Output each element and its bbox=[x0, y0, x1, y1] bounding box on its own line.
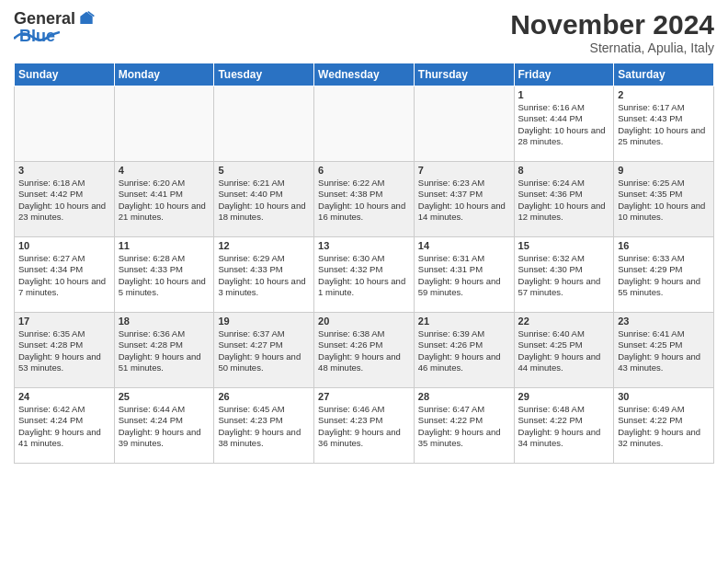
day-info-line: Daylight: 9 hours and 55 minutes. bbox=[618, 276, 710, 299]
day-info-line: Sunset: 4:23 PM bbox=[318, 415, 410, 426]
day-info-line: Sunset: 4:33 PM bbox=[119, 264, 210, 275]
day-info-line: Sunrise: 6:39 AM bbox=[418, 328, 510, 339]
day-info-line: Daylight: 10 hours and 23 minutes. bbox=[18, 201, 110, 224]
day-info-line: Daylight: 9 hours and 53 minutes. bbox=[18, 351, 110, 374]
day-info-line: Daylight: 9 hours and 35 minutes. bbox=[418, 427, 510, 450]
day-info-line: Sunrise: 6:47 AM bbox=[418, 404, 510, 415]
calendar-cell: 9Sunrise: 6:25 AMSunset: 4:35 PMDaylight… bbox=[614, 162, 714, 237]
calendar-cell: 2Sunrise: 6:17 AMSunset: 4:43 PMDaylight… bbox=[614, 86, 714, 162]
calendar-cell: 1Sunrise: 6:16 AMSunset: 4:44 PMDaylight… bbox=[514, 86, 614, 162]
day-info-line: Sunrise: 6:18 AM bbox=[18, 178, 110, 189]
calendar-cell: 4Sunrise: 6:20 AMSunset: 4:41 PMDaylight… bbox=[114, 162, 214, 237]
day-info-line: Sunset: 4:28 PM bbox=[119, 339, 210, 350]
day-info-line: Sunset: 4:31 PM bbox=[418, 264, 510, 275]
page-header: General Blue November 2024 Sternatia, Ap… bbox=[14, 9, 714, 55]
day-info-line: Daylight: 10 hours and 16 minutes. bbox=[318, 201, 410, 224]
calendar-cell: 3Sunrise: 6:18 AMSunset: 4:42 PMDaylight… bbox=[15, 162, 115, 237]
day-info-line: Daylight: 9 hours and 44 minutes. bbox=[518, 351, 610, 374]
day-info-line: Sunrise: 6:42 AM bbox=[18, 404, 110, 415]
weekday-header-thursday: Thursday bbox=[414, 63, 514, 86]
calendar-cell: 11Sunrise: 6:28 AMSunset: 4:33 PMDayligh… bbox=[114, 237, 214, 313]
calendar-week-row: 10Sunrise: 6:27 AMSunset: 4:34 PMDayligh… bbox=[15, 237, 714, 313]
title-area: November 2024 Sternatia, Apulia, Italy bbox=[510, 9, 714, 55]
day-info-line: Sunset: 4:22 PM bbox=[418, 415, 510, 426]
day-number: 15 bbox=[518, 240, 610, 251]
calendar-cell: 5Sunrise: 6:21 AMSunset: 4:40 PMDaylight… bbox=[214, 162, 314, 237]
day-info-line: Daylight: 9 hours and 38 minutes. bbox=[218, 427, 310, 450]
day-info-line: Daylight: 10 hours and 14 minutes. bbox=[418, 201, 510, 224]
calendar-cell: 7Sunrise: 6:23 AMSunset: 4:37 PMDaylight… bbox=[414, 162, 514, 237]
logo-icon bbox=[77, 10, 96, 29]
day-info-line: Sunset: 4:28 PM bbox=[18, 339, 110, 350]
day-info-line: Daylight: 9 hours and 59 minutes. bbox=[418, 276, 510, 299]
day-info-line: Sunrise: 6:25 AM bbox=[618, 178, 710, 189]
weekday-header-wednesday: Wednesday bbox=[314, 63, 415, 86]
day-info-line: Sunset: 4:43 PM bbox=[618, 113, 710, 124]
calendar-cell bbox=[314, 86, 415, 162]
day-info-line: Sunset: 4:40 PM bbox=[218, 189, 310, 200]
day-info-line: Sunrise: 6:37 AM bbox=[218, 328, 310, 339]
weekday-header-saturday: Saturday bbox=[614, 63, 714, 86]
day-info-line: Daylight: 10 hours and 1 minute. bbox=[318, 276, 410, 299]
day-info-line: Sunset: 4:44 PM bbox=[518, 113, 610, 124]
calendar-week-row: 3Sunrise: 6:18 AMSunset: 4:42 PMDaylight… bbox=[15, 162, 714, 237]
calendar-cell: 21Sunrise: 6:39 AMSunset: 4:26 PMDayligh… bbox=[414, 313, 514, 388]
day-info-line: Daylight: 9 hours and 48 minutes. bbox=[318, 351, 410, 374]
day-info-line: Sunrise: 6:48 AM bbox=[518, 404, 610, 415]
day-number: 30 bbox=[618, 391, 710, 402]
day-info-line: Sunset: 4:24 PM bbox=[18, 415, 110, 426]
day-info-line: Sunset: 4:25 PM bbox=[518, 339, 610, 350]
day-number: 13 bbox=[318, 240, 410, 251]
day-info-line: Sunrise: 6:45 AM bbox=[218, 404, 310, 415]
day-number: 24 bbox=[18, 391, 110, 402]
day-info-line: Daylight: 10 hours and 7 minutes. bbox=[18, 276, 110, 299]
calendar-cell: 23Sunrise: 6:41 AMSunset: 4:25 PMDayligh… bbox=[614, 313, 714, 388]
day-info-line: Sunset: 4:24 PM bbox=[119, 415, 210, 426]
day-number: 22 bbox=[518, 316, 610, 327]
day-info-line: Sunrise: 6:32 AM bbox=[518, 253, 610, 264]
calendar-cell bbox=[15, 86, 115, 162]
day-number: 12 bbox=[218, 240, 310, 251]
day-number: 29 bbox=[518, 391, 610, 402]
day-number: 21 bbox=[418, 316, 510, 327]
weekday-header-sunday: Sunday bbox=[15, 63, 115, 86]
day-number: 23 bbox=[618, 316, 710, 327]
calendar-cell: 17Sunrise: 6:35 AMSunset: 4:28 PMDayligh… bbox=[15, 313, 115, 388]
day-info-line: Sunrise: 6:41 AM bbox=[618, 328, 710, 339]
day-info-line: Daylight: 10 hours and 10 minutes. bbox=[618, 201, 710, 224]
day-info-line: Sunset: 4:35 PM bbox=[618, 189, 710, 200]
day-number: 18 bbox=[119, 316, 210, 327]
day-info-line: Daylight: 9 hours and 36 minutes. bbox=[318, 427, 410, 450]
day-info-line: Daylight: 9 hours and 57 minutes. bbox=[518, 276, 610, 299]
day-number: 3 bbox=[18, 165, 110, 176]
calendar-cell: 24Sunrise: 6:42 AMSunset: 4:24 PMDayligh… bbox=[15, 388, 115, 464]
calendar-week-row: 24Sunrise: 6:42 AMSunset: 4:24 PMDayligh… bbox=[15, 388, 714, 464]
day-info-line: Daylight: 9 hours and 32 minutes. bbox=[618, 427, 710, 450]
day-info-line: Sunset: 4:42 PM bbox=[18, 189, 110, 200]
day-info-line: Daylight: 10 hours and 5 minutes. bbox=[119, 276, 210, 299]
day-info-line: Sunset: 4:36 PM bbox=[518, 189, 610, 200]
logo: General Blue bbox=[14, 9, 96, 46]
day-info-line: Daylight: 10 hours and 12 minutes. bbox=[518, 201, 610, 224]
day-info-line: Sunset: 4:34 PM bbox=[18, 264, 110, 275]
logo-blue-text: Blue bbox=[19, 27, 55, 46]
day-number: 14 bbox=[418, 240, 510, 251]
calendar-cell: 6Sunrise: 6:22 AMSunset: 4:38 PMDaylight… bbox=[314, 162, 415, 237]
day-info-line: Sunset: 4:26 PM bbox=[318, 339, 410, 350]
day-info-line: Sunrise: 6:24 AM bbox=[518, 178, 610, 189]
calendar-cell bbox=[414, 86, 514, 162]
calendar-cell: 30Sunrise: 6:49 AMSunset: 4:22 PMDayligh… bbox=[614, 388, 714, 464]
day-info-line: Sunset: 4:33 PM bbox=[218, 264, 310, 275]
day-info-line: Sunset: 4:29 PM bbox=[618, 264, 710, 275]
day-number: 17 bbox=[18, 316, 110, 327]
calendar-cell: 26Sunrise: 6:45 AMSunset: 4:23 PMDayligh… bbox=[214, 388, 314, 464]
day-info-line: Daylight: 9 hours and 43 minutes. bbox=[618, 351, 710, 374]
day-info-line: Sunset: 4:22 PM bbox=[518, 415, 610, 426]
day-number: 7 bbox=[418, 165, 510, 176]
day-number: 6 bbox=[318, 165, 410, 176]
day-info-line: Sunset: 4:37 PM bbox=[418, 189, 510, 200]
calendar-cell: 18Sunrise: 6:36 AMSunset: 4:28 PMDayligh… bbox=[114, 313, 214, 388]
day-info-line: Sunrise: 6:16 AM bbox=[518, 102, 610, 113]
day-info-line: Sunrise: 6:17 AM bbox=[618, 102, 710, 113]
day-info-line: Sunrise: 6:44 AM bbox=[119, 404, 210, 415]
